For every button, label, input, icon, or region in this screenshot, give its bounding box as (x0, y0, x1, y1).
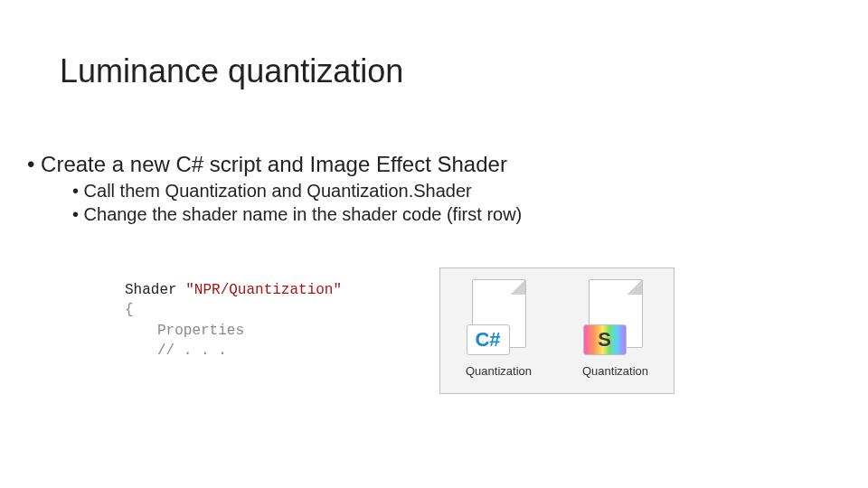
file-item-shader: S Quantization (566, 279, 665, 378)
code-brace: { (125, 300, 342, 320)
code-string: "NPR/Quantization" (185, 282, 342, 298)
csharp-file-icon: C# (467, 279, 532, 359)
csharp-badge: C# (467, 324, 510, 355)
shader-file-icon: S (583, 279, 648, 359)
shader-badge-text: S (598, 328, 611, 352)
code-props: Properties (157, 321, 342, 341)
file-label-2: Quantization (582, 364, 648, 378)
code-keyword: Shader (125, 282, 177, 298)
bullet-main: • Create a new C# script and Image Effec… (27, 152, 507, 177)
bullet-sub-2: • Change the shader name in the shader c… (72, 204, 522, 225)
slide-title: Luminance quantization (60, 52, 403, 90)
file-browser-panel: C# Quantization S Quantization (439, 267, 675, 394)
code-etc: // . . . (157, 341, 342, 361)
shader-badge: S (583, 324, 627, 355)
file-label-1: Quantization (466, 364, 532, 378)
bullet-sub-1: • Call them Quantization and Quantizatio… (72, 181, 472, 202)
code-snippet: Shader "NPR/Quantization" { Properties /… (125, 280, 342, 361)
file-item-csharp: C# Quantization (449, 279, 549, 378)
